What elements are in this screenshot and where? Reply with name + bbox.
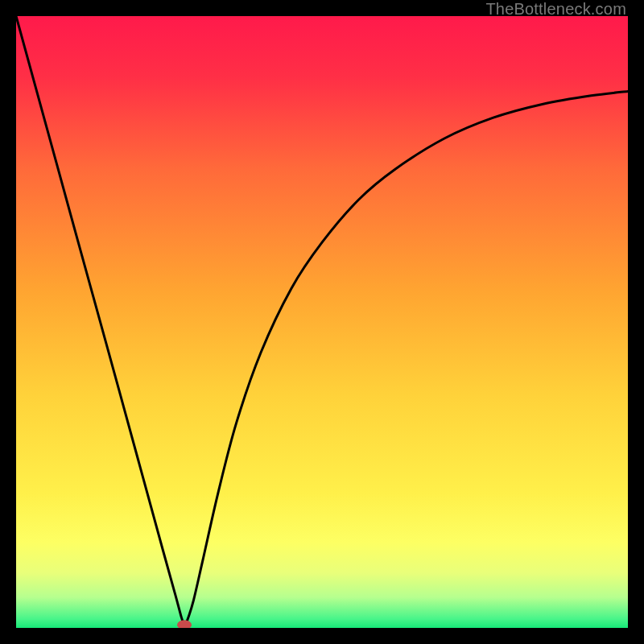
gradient-background <box>16 16 628 628</box>
watermark-text: TheBottleneck.com <box>485 0 626 19</box>
chart-frame <box>16 16 628 628</box>
bottleneck-chart <box>16 16 628 628</box>
